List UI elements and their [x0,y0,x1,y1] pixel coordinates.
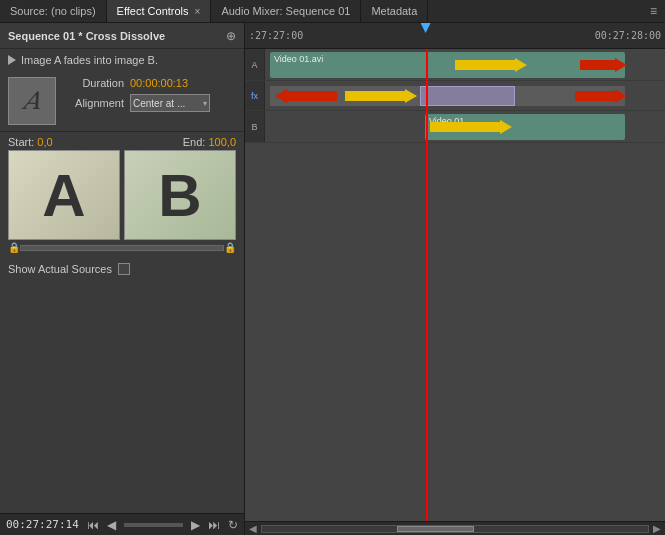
tab-audio-mixer-label: Audio Mixer: Sequence 01 [221,5,350,17]
alignment-label: Alignment [64,97,124,109]
transition-area: 𝐴 Duration 00:00:00:13 Alignment Center … [0,71,244,132]
tab-metadata[interactable]: Metadata [361,0,428,22]
ab-preview: Start: 0,0 End: 100,0 A B 🔒 🔒 [0,132,244,253]
close-icon[interactable]: × [195,6,201,17]
track-content-b: Video 01... [265,111,665,142]
start-label-group: Start: 0,0 [8,136,53,148]
scroll-thumb[interactable] [397,526,474,532]
ab-slider-row: 🔒 🔒 [8,242,236,253]
end-label: End: [183,136,206,148]
tab-audio-mixer[interactable]: Audio Mixer: Sequence 01 [211,0,361,22]
left-panel: Sequence 01 * Cross Dissolve ⊕ Image A f… [0,23,245,535]
clip-block-b[interactable]: Video 01... [425,114,625,140]
ab-images: A B [8,150,236,240]
duration-label: Duration [64,77,124,89]
frame-b-letter: B [158,161,201,230]
tab-source-label: Source: (no clips) [10,5,96,17]
scroll-left-button[interactable]: ◀ [249,523,257,534]
ab-slider[interactable] [20,245,224,251]
track-row-b: B Video 01... [245,111,665,143]
frame-a-letter: A [42,161,85,230]
ab-labels: Start: 0,0 End: 100,0 [8,136,236,148]
tab-bar: Source: (no clips) Effect Controls × Aud… [0,0,665,23]
scroll-track[interactable] [261,525,649,533]
tab-metadata-label: Metadata [371,5,417,17]
effect-description: Image A fades into image B. [21,54,158,66]
expand-triangle-icon[interactable] [8,55,16,65]
alignment-select[interactable]: Center at ... ▾ [130,94,210,112]
sequence-header: Sequence 01 * Cross Dissolve ⊕ [0,23,244,49]
track-label-a: A [245,49,265,80]
step-forward-icon[interactable]: ▶ [191,518,200,532]
frame-a: A [8,150,120,240]
track-content-a: Video 01.avi [265,49,665,80]
left-panel-spacer [0,281,244,513]
show-sources-label: Show Actual Sources [8,263,112,275]
show-sources-checkbox[interactable] [118,263,130,275]
end-value: 100,0 [208,136,236,148]
go-to-start-icon[interactable]: ⏮ [87,518,99,532]
transition-controls: Duration 00:00:00:13 Alignment Center at… [64,77,236,112]
track-row-a: A Video 01.avi [245,49,665,81]
fx-expand-icon[interactable]: ⊕ [226,29,236,43]
effect-item: Image A fades into image B. [0,49,244,71]
right-panel: :27:27:00 00:27:28:00 A Video 01.avi [245,23,665,535]
thumb-letter: 𝐴 [23,87,40,115]
timeline-ruler: :27:27:00 00:27:28:00 [245,23,665,49]
track-row-fx: fx [245,81,665,111]
go-to-end-icon[interactable]: ⏭ [208,518,220,532]
timeline-tracks: A Video 01.avi [245,49,665,521]
transition-thumbnail: 𝐴 [8,77,56,125]
loop-icon[interactable]: ↻ [228,518,238,532]
step-back-icon[interactable]: ◀ [107,518,116,532]
clip-a-label: Video 01.avi [270,52,327,66]
timeline-scrollbar: ◀ ▶ [245,521,665,535]
transition-overlay[interactable] [420,86,515,106]
timecode-display[interactable]: 00:27:27:14 [6,518,79,531]
ruler-end-label: 00:27:28:00 [595,30,661,41]
alignment-select-value: Center at ... [133,98,185,109]
chevron-down-icon: ▾ [203,99,207,108]
ruler-labels: :27:27:00 00:27:28:00 [249,30,661,41]
start-value: 0,0 [37,136,52,148]
tab-source[interactable]: Source: (no clips) [0,0,107,22]
show-sources-row: Show Actual Sources [0,257,244,281]
zoom-slider[interactable] [124,523,183,527]
start-label: Start: [8,136,34,148]
bottom-bar: 00:27:27:14 ⏮ ◀ ▶ ⏭ ↻ [0,513,244,535]
duration-value[interactable]: 00:00:00:13 [130,77,188,89]
scroll-right-button[interactable]: ▶ [653,523,661,534]
lock-left-icon: 🔒 [8,242,20,253]
duration-row: Duration 00:00:00:13 [64,77,236,89]
clip-b-label: Video 01... [425,114,476,128]
clip-block-a[interactable]: Video 01.avi [270,52,625,78]
red-playhead-line [426,49,428,521]
end-label-group: End: 100,0 [183,136,236,148]
sequence-title: Sequence 01 * Cross Dissolve [8,30,165,42]
tab-effect-controls-label: Effect Controls [117,5,189,17]
tab-effect-controls[interactable]: Effect Controls × [107,0,212,22]
track-label-fx: fx [245,81,265,110]
track-label-b: B [245,111,265,142]
frame-b: B [124,150,236,240]
alignment-row: Alignment Center at ... ▾ [64,94,236,112]
lock-right-icon: 🔒 [224,242,236,253]
main-layout: Sequence 01 * Cross Dissolve ⊕ Image A f… [0,23,665,535]
track-content-fx [265,81,665,110]
panel-menu-button[interactable]: ≡ [642,4,665,18]
ruler-start-label: :27:27:00 [249,30,303,41]
